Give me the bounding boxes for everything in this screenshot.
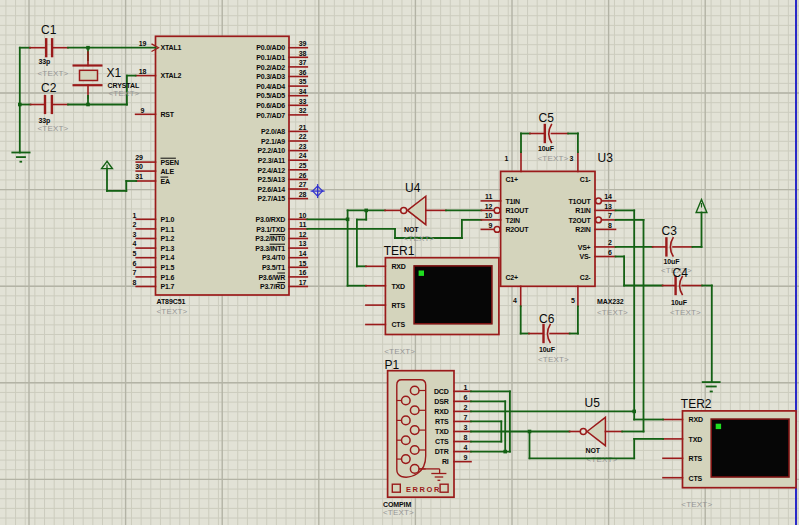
terminal-ter1-pin-label: CTS	[392, 321, 406, 328]
u4-part-label: NOT	[404, 226, 419, 233]
compim-pin-hole	[410, 465, 419, 474]
mcu-pin-number: 29	[135, 154, 143, 161]
terminal-ter2-ref-label: TER2	[681, 397, 712, 411]
c6-value-label: 10uF	[539, 346, 556, 353]
u3-r1out-bubble[interactable]	[494, 208, 500, 214]
mcu-pin-label: XTAL2	[161, 72, 182, 79]
u3-pin-number: 6	[608, 249, 612, 256]
mcu-pin-number: 24	[299, 152, 307, 159]
mcu-pin-label: P3.3/INT1	[255, 245, 285, 252]
u3-note-placeholder: <TEXT>	[597, 308, 628, 317]
u3-pin-number: 3	[570, 155, 574, 162]
compim-pin-hole	[410, 426, 419, 435]
c1-note-placeholder: <TEXT>	[38, 69, 69, 78]
u3-pin-label: T1IN	[506, 198, 521, 205]
compim-pin-number: 8	[464, 434, 468, 441]
mcu-pin-number: 16	[299, 269, 307, 276]
compim-pin-label: DSR	[434, 398, 448, 405]
u3-t1out-bubble[interactable]	[596, 198, 602, 204]
c4-note-placeholder: <TEXT>	[670, 308, 701, 317]
mcu-pin-label: P3.7/RD	[260, 283, 285, 290]
mcu-pin-label: P1.7	[161, 283, 175, 290]
c1-ref-label: C1	[41, 23, 57, 37]
u5-note-placeholder: <TEXT>	[587, 455, 618, 464]
mcu-pin-label: ALE	[161, 168, 175, 175]
compim-pin-hole	[402, 396, 411, 405]
mcu-pin-label: P1.3	[161, 245, 175, 252]
c2-note-placeholder: <TEXT>	[38, 124, 69, 133]
compim-pin-number: 9	[464, 454, 468, 461]
mcu-pin-label: P2.2/A10	[257, 147, 285, 154]
c3-value-label: 10uF	[664, 258, 681, 265]
c3-ref-label: C3	[662, 224, 678, 238]
u3-pin-label: VS+	[578, 244, 591, 251]
compim-pin-number: 2	[464, 404, 468, 411]
mcu-pin-number: 5	[133, 250, 137, 257]
mcu-pin-label: P3.6/WR	[258, 274, 285, 281]
mcu-pin-label: P2.7/A15	[257, 195, 285, 202]
mcu-pin-label: P0.3/AD3	[256, 73, 285, 80]
u3-pin-number: 10	[485, 212, 493, 219]
mcu-pin-number: 31	[135, 173, 143, 180]
compim-pin-label: RXD	[434, 408, 448, 415]
mcu-pin-number: 19	[139, 40, 147, 47]
u5-bubble[interactable]	[580, 429, 586, 435]
compim-pin-number: 4	[464, 444, 468, 451]
terminal-ter1-screen[interactable]	[414, 266, 492, 324]
mcu-pin-label: P3.4/T0	[262, 254, 285, 261]
terminal-ter1-pin-label: RTS	[392, 302, 406, 309]
mcu-pin-number: 32	[299, 107, 307, 114]
mcu-at89c51[interactable]: 19 18 9 29 30 31 1 2 3 4 5 6 7 8 39 38 3…	[133, 36, 308, 315]
u3-r2out-bubble[interactable]	[494, 227, 500, 233]
u3-pin-label: R1OUT	[506, 207, 530, 214]
mcu-pin-label: P0.7/AD7	[256, 112, 285, 119]
u3-pin-number: 8	[608, 222, 612, 229]
u3-pin-number: 11	[485, 193, 493, 200]
mcu-pin-label: P1.1	[161, 226, 175, 233]
mcu-part-label: AT89C51	[157, 298, 186, 305]
mcu-pin-label: P0.6/AD6	[256, 102, 285, 109]
mcu-pin-number: 14	[299, 250, 307, 257]
mcu-pin-label: P1.5	[161, 264, 175, 271]
compim-pin-label: DCD	[434, 388, 449, 395]
compim-pin-hole	[410, 386, 419, 395]
mcu-pin-label: P0.2/AD2	[256, 64, 285, 71]
c5-value-label: 10uF	[538, 145, 555, 152]
compim-pin-label: RI	[442, 458, 449, 465]
schematic-editor-canvas[interactable]: 19 18 9 29 30 31 1 2 3 4 5 6 7 8 39 38 3…	[0, 0, 799, 525]
u3-pin-label: T2OUT	[569, 217, 592, 224]
mcu-pin-number: 6	[133, 260, 137, 267]
crystal-note-placeholder: <TEXT>	[109, 89, 140, 98]
c2-ref-label: C2	[41, 81, 57, 95]
mcu-note-placeholder: <TEXT>	[157, 307, 188, 316]
u3-pin-number: 9	[489, 222, 493, 229]
u5-ref-label: U5	[585, 396, 601, 410]
mcu-pin-number: 17	[299, 279, 307, 286]
u4-note-placeholder: <TEXT>	[404, 234, 435, 243]
u3-pin-label: R2OUT	[506, 226, 530, 233]
u3-pin-number: 7	[608, 212, 612, 219]
mcu-pin-number: 37	[299, 59, 307, 66]
terminal-ter2-pin-label: TXD	[689, 436, 703, 443]
u3-t2out-bubble[interactable]	[596, 217, 602, 223]
compim-pin-number: 6	[464, 394, 468, 401]
crystal-ref-label: X1	[107, 66, 122, 80]
terminal-ter2-screen[interactable]	[711, 419, 789, 477]
mcu-pin-number: 12	[299, 231, 307, 238]
wire-junction	[632, 410, 636, 414]
crystal-body[interactable]	[80, 70, 98, 80]
mcu-pin-label: P2.3/A11	[258, 157, 286, 164]
mcu-pin-number: 11	[299, 221, 307, 228]
u3-pin-number: 4	[513, 297, 517, 304]
wire-junction	[18, 103, 22, 107]
terminal-ter2-note-placeholder: <TEXT>	[681, 500, 712, 509]
mcu-pin-label: P2.1/A9	[261, 138, 285, 145]
compim-pin-label: CTS	[435, 438, 449, 445]
mcu-pin-label: P3.1/TXD	[256, 226, 285, 233]
u3-pin-label: C2-	[580, 274, 592, 281]
mcu-pin-number: 2	[133, 221, 137, 228]
u4-bubble[interactable]	[401, 207, 407, 213]
u3-pin-number: 5	[571, 297, 575, 304]
compim-pin-label: RTS	[435, 418, 449, 425]
schematic-sheet: 19 18 9 29 30 31 1 2 3 4 5 6 7 8 39 38 3…	[0, 0, 799, 525]
